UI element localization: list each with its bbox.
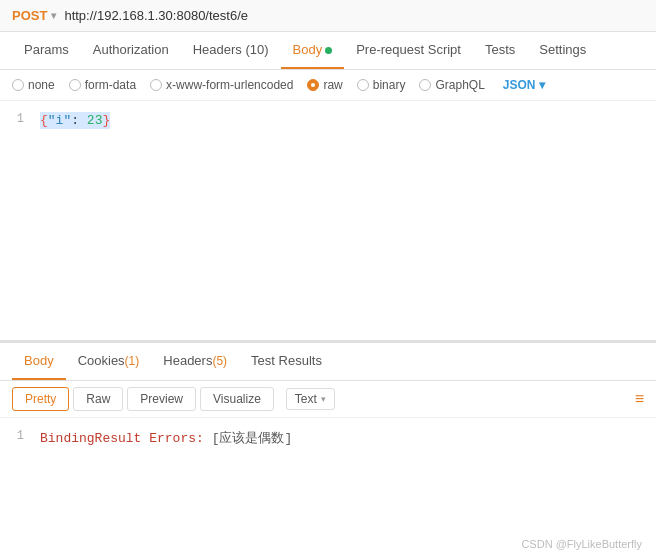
- line-content-1: {"i": 23}: [40, 112, 110, 129]
- wrap-icon[interactable]: ≡: [635, 390, 644, 408]
- resp-tab-headers[interactable]: Headers(5): [151, 343, 239, 380]
- url-input[interactable]: [64, 8, 644, 23]
- radio-urlencoded: [150, 79, 162, 91]
- body-dot: [325, 47, 332, 54]
- text-select-label: Text: [295, 392, 317, 406]
- option-raw[interactable]: raw: [307, 78, 342, 92]
- resp-line-number-1: 1: [0, 429, 40, 443]
- body-options: none form-data x-www-form-urlencoded raw…: [0, 70, 656, 101]
- tab-authorization[interactable]: Authorization: [81, 32, 181, 69]
- option-binary[interactable]: binary: [357, 78, 406, 92]
- resp-btn-pretty[interactable]: Pretty: [12, 387, 69, 411]
- response-section: Body Cookies(1) Headers(5) Test Results …: [0, 341, 656, 458]
- text-type-select[interactable]: Text ▾: [286, 388, 335, 410]
- tab-body[interactable]: Body: [281, 32, 345, 69]
- resp-toolbar: Pretty Raw Preview Visualize Text ▾ ≡: [0, 381, 656, 418]
- option-none[interactable]: none: [12, 78, 55, 92]
- resp-output: 1 BindingResult Errors: [应该是偶数]: [0, 418, 656, 458]
- radio-none: [12, 79, 24, 91]
- tab-params[interactable]: Params: [12, 32, 81, 69]
- code-editor[interactable]: 1 {"i": 23}: [0, 101, 656, 341]
- text-select-chevron: ▾: [321, 394, 326, 404]
- method-label: POST: [12, 8, 47, 23]
- tab-settings[interactable]: Settings: [527, 32, 598, 69]
- tab-tests[interactable]: Tests: [473, 32, 527, 69]
- tab-prerequest[interactable]: Pre-request Script: [344, 32, 473, 69]
- code-line-1: 1 {"i": 23}: [0, 111, 656, 130]
- method-select[interactable]: POST ▾: [12, 8, 56, 23]
- resp-btn-raw[interactable]: Raw: [73, 387, 123, 411]
- radio-raw: [307, 79, 319, 91]
- json-type-select[interactable]: JSON ▾: [503, 78, 545, 92]
- response-tab-nav: Body Cookies(1) Headers(5) Test Results: [0, 343, 656, 381]
- watermark: CSDN @FlyLikeButterfly: [521, 538, 642, 550]
- top-tab-nav: Params Authorization Headers (10) Body P…: [0, 32, 656, 70]
- resp-line-content-1: BindingResult Errors: [应该是偶数]: [40, 429, 292, 447]
- radio-graphql: [419, 79, 431, 91]
- radio-form-data: [69, 79, 81, 91]
- option-urlencoded[interactable]: x-www-form-urlencoded: [150, 78, 293, 92]
- radio-binary: [357, 79, 369, 91]
- url-bar: POST ▾: [0, 0, 656, 32]
- method-chevron: ▾: [51, 10, 56, 21]
- resp-line-1: 1 BindingResult Errors: [应该是偶数]: [0, 428, 656, 448]
- line-number-1: 1: [0, 112, 40, 126]
- resp-btn-visualize[interactable]: Visualize: [200, 387, 274, 411]
- resp-tab-body[interactable]: Body: [12, 343, 66, 380]
- resp-tab-test-results[interactable]: Test Results: [239, 343, 334, 380]
- resp-tab-cookies[interactable]: Cookies(1): [66, 343, 152, 380]
- option-graphql[interactable]: GraphQL: [419, 78, 484, 92]
- tab-headers[interactable]: Headers (10): [181, 32, 281, 69]
- option-form-data[interactable]: form-data: [69, 78, 136, 92]
- resp-btn-preview[interactable]: Preview: [127, 387, 196, 411]
